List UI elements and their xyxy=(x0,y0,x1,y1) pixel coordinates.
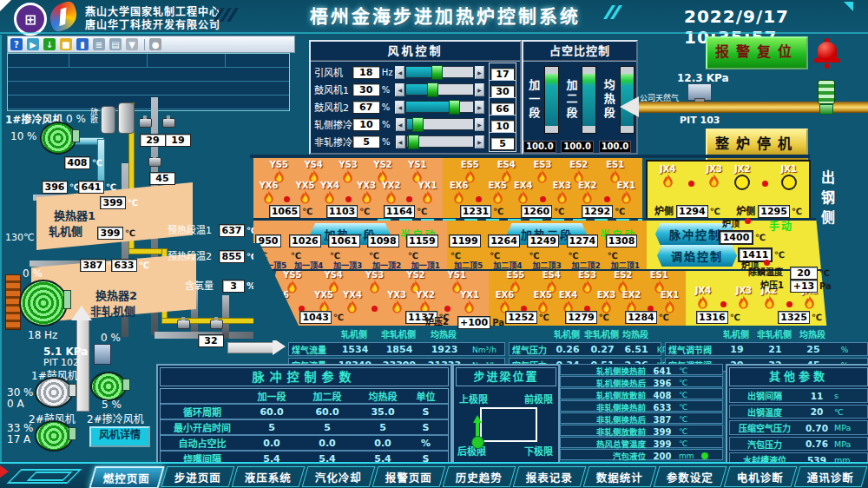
alarm-reset-button[interactable]: 报警复位 xyxy=(706,36,808,69)
nav-tab-8[interactable]: 参数设定 xyxy=(654,466,727,487)
nav-tab-1[interactable]: 步进页面 xyxy=(161,466,235,487)
oxygen-label: 含氧量 xyxy=(185,278,214,292)
valve-position-box: 29 xyxy=(140,130,166,147)
window-icon[interactable]: ▤ xyxy=(109,38,122,50)
help-icon[interactable]: ? xyxy=(10,38,23,50)
nav-tab-9[interactable]: 电机诊断 xyxy=(724,466,798,487)
hx1-name: 换热器1 xyxy=(54,207,95,223)
chart-icon[interactable]: ▮ xyxy=(76,38,89,50)
burner-label: EX6 xyxy=(496,291,515,300)
duty-slider[interactable] xyxy=(582,66,596,134)
lock-icon[interactable]: ● xyxy=(149,38,161,50)
slider-decrease-button[interactable]: ◀ xyxy=(396,135,405,148)
pilot-dot xyxy=(786,301,792,307)
nav-tab-10[interactable]: 通讯诊断 xyxy=(794,466,868,487)
valve-icon xyxy=(162,118,175,128)
export-icon[interactable]: ▼ xyxy=(126,38,138,50)
beam-limit-bottom: 下极限 xyxy=(524,444,553,458)
burner-label: EX4 xyxy=(514,181,533,190)
slider-decrease-button[interactable]: ◀ xyxy=(395,83,404,96)
burner: JX3 xyxy=(707,165,722,188)
furnace-zone-heat2-top: ES5ES4ES3ES2ES1EX6EX5EX4EX3EX2EX11231℃12… xyxy=(443,158,642,220)
nav-tab-0[interactable]: 燃控页面 xyxy=(89,466,164,488)
nav-tab-5[interactable]: 历史趋势 xyxy=(443,466,516,487)
zone-temp: 1316℃ xyxy=(696,307,740,324)
burner-flame-icon xyxy=(707,174,720,188)
pipe-temp: 633℃ xyxy=(111,255,149,272)
burner-label: ES1 xyxy=(650,271,668,280)
nav-tab-6[interactable]: 报表记录 xyxy=(513,466,587,487)
valve-icon xyxy=(177,320,190,329)
slider-increase-button[interactable]: ▶ xyxy=(475,135,484,148)
burner-label: EX5 xyxy=(489,181,508,190)
furnace-mid-heat2: 加热二段半自动1199℃加二顶51264℃加二顶41249℃加二顶31274℃加… xyxy=(447,221,647,271)
table-row: 煤气调节阀192125% xyxy=(665,342,868,356)
burner: JX3 xyxy=(736,287,752,309)
zone-temp: 1252℃ xyxy=(505,307,549,324)
vent-silencer-icon xyxy=(118,102,135,134)
temperature-list: 轧机侧换热前641℃轧机侧换热后396℃轧机侧放散前408℃非轧侧换热前633℃… xyxy=(560,364,723,461)
pipe-temp: 396℃ xyxy=(42,177,80,194)
burner-label: ES2 xyxy=(614,271,632,280)
fan-control-row: 非轧掺冷 5 % ◀ ▶ 5 xyxy=(311,133,520,150)
duty-cycle-title: 占空比控制 xyxy=(523,42,636,62)
soak-mode-label: 手动 xyxy=(769,218,793,233)
burner-label: YX1 xyxy=(460,291,479,300)
valve-position-box: 45 xyxy=(149,168,175,185)
send-icon[interactable]: ▶ xyxy=(27,38,39,50)
alarm-list[interactable] xyxy=(7,53,290,111)
beam-position-panel: 步进梁位置 上极限 前极限 后极限 下极限 xyxy=(452,364,560,465)
nav-tab-4[interactable]: 报警页面 xyxy=(372,466,446,487)
pulse-params-panel: 脉冲控制参数 加一段加二段均热段单位循环周期60.060.035.0S最小开启时… xyxy=(156,364,452,465)
slider-decrease-button[interactable]: ◀ xyxy=(395,101,404,114)
burner-label: EX2 xyxy=(578,181,597,190)
nav-tab-3[interactable]: 汽化冷却 xyxy=(302,466,376,487)
folder-lock-icon[interactable]: ■ xyxy=(60,38,72,50)
toolbar: ?▶↓■▮≡▤▼● xyxy=(7,36,295,53)
side-temp: 炉侧1295℃ xyxy=(736,201,802,218)
corner-decor-topright xyxy=(844,2,853,11)
burner-label: ES3 xyxy=(578,271,596,280)
slider-increase-button[interactable]: ▶ xyxy=(475,66,484,79)
burner-label: EX6 xyxy=(450,181,469,190)
duty-slider-label: 均热段 xyxy=(601,79,617,121)
fan-value: 18 xyxy=(352,66,380,79)
fan-slider[interactable] xyxy=(405,66,474,78)
slider-increase-button[interactable]: ▶ xyxy=(475,118,484,131)
preheat1-label: 预热段温1 xyxy=(168,222,212,236)
slider-decrease-button[interactable]: ◀ xyxy=(396,118,405,131)
table-row: 煤气流量153418541923Nm³/h xyxy=(288,342,505,356)
zone-temp: 1043℃ xyxy=(299,307,344,324)
temp-list-row: 非轧侧换热后387℃ xyxy=(560,412,723,424)
valve-icon xyxy=(148,157,161,167)
fan-detail-button[interactable]: 风机详情 xyxy=(89,426,150,447)
nav-tab-2[interactable]: 液压系统 xyxy=(232,466,306,487)
duty-slider-label: 加二段 xyxy=(562,79,579,121)
slider-increase-button[interactable]: ▶ xyxy=(475,83,484,96)
temp-list-row: 非轧侧换热前633℃ xyxy=(560,400,723,412)
nav-tab-7[interactable]: 数据统计 xyxy=(583,466,657,487)
temp-list-row: 热风总管温度399℃ xyxy=(560,437,723,448)
oxygen-value: 3% xyxy=(222,276,255,293)
slider-increase-button[interactable]: ▶ xyxy=(475,101,484,114)
duty-slider[interactable] xyxy=(544,66,559,134)
slider-decrease-button[interactable]: ◀ xyxy=(395,66,404,79)
draft-fan-damper: 0 % xyxy=(23,267,43,280)
burner-label: YS5 xyxy=(269,161,287,169)
burner-label: YX4 xyxy=(343,291,362,300)
alarm-list-row xyxy=(8,82,289,96)
burner-label: EX3 xyxy=(597,291,616,300)
left-frame-line xyxy=(0,35,2,462)
fan-slider[interactable] xyxy=(406,135,474,148)
fan-slider[interactable] xyxy=(406,118,474,130)
zone-temp: 1292℃ xyxy=(582,201,626,218)
fan-slider[interactable] xyxy=(405,101,474,113)
fan-slider[interactable] xyxy=(405,83,474,96)
download-icon[interactable]: ↓ xyxy=(43,38,56,50)
report-icon[interactable]: ≡ xyxy=(93,38,105,50)
decor-slashes-left xyxy=(217,8,238,25)
page-title: 梧州金海步进加热炉控制系统 xyxy=(276,3,615,30)
gas-valve-icon xyxy=(819,104,833,115)
flame-control-button[interactable]: 调焰控制 xyxy=(657,245,737,267)
other-param-row: 出钢温度20℃ xyxy=(729,405,868,419)
